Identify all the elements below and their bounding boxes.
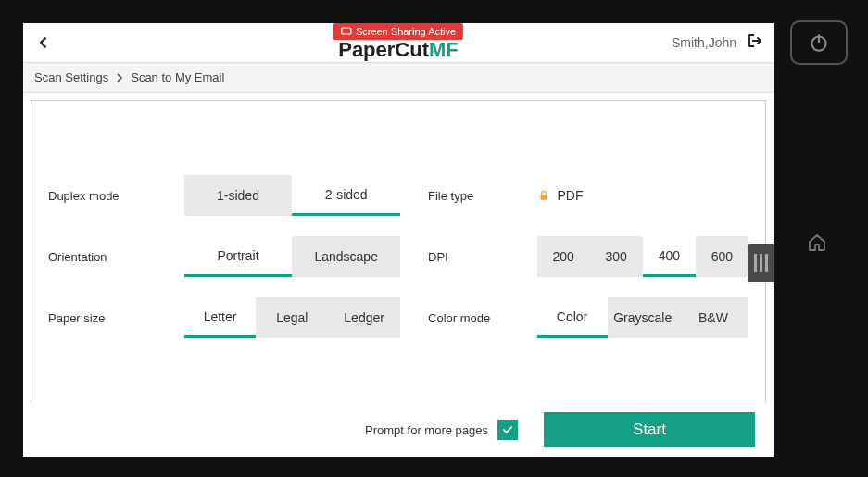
prompt-label: Prompt for more pages	[365, 423, 488, 437]
duplex-2sided[interactable]: 2-sided	[292, 175, 400, 216]
dpi-200[interactable]: 200	[537, 236, 590, 277]
color-bw[interactable]: B&W	[678, 297, 748, 338]
check-icon	[501, 423, 514, 436]
svg-rect-0	[342, 28, 351, 34]
power-button[interactable]	[790, 20, 848, 65]
duplex-label: Duplex mode	[48, 175, 157, 216]
power-icon	[807, 31, 831, 55]
home-icon	[806, 232, 828, 254]
logout-icon	[746, 32, 764, 49]
screen-sharing-badge: Screen Sharing Active	[333, 23, 463, 40]
back-button[interactable]	[32, 31, 55, 54]
color-grayscale[interactable]: Grayscale	[608, 297, 678, 338]
prompt-more-pages: Prompt for more pages	[365, 420, 518, 440]
header-right: Smith,John	[672, 32, 764, 53]
back-chevron-icon	[37, 36, 50, 49]
color-color[interactable]: Color	[537, 297, 608, 338]
right-controls-col: PDF 200 300 400 600 Color Grayscale B&W	[537, 175, 748, 403]
handle-bar-icon	[754, 254, 757, 272]
duplex-group: 1-sided 2-sided	[184, 175, 400, 216]
settings-panel: Duplex mode Orientation Paper size 1-sid…	[31, 100, 766, 403]
right-labels-col: File type DPI Color mode	[428, 175, 509, 403]
username: Smith,John	[672, 35, 736, 50]
paper-size-group: Letter Legal Ledger	[184, 297, 400, 338]
breadcrumb-current: Scan to My Email	[131, 70, 224, 84]
app-header: Screen Sharing Active PaperCutMF Smith,J…	[23, 23, 774, 63]
orientation-portrait[interactable]: Portrait	[184, 236, 293, 277]
home-button[interactable]	[803, 229, 831, 257]
color-mode-group: Color Grayscale B&W	[537, 297, 748, 338]
handle-bar-icon	[765, 254, 768, 272]
orientation-landscape[interactable]: Landscape	[292, 236, 400, 277]
filetype-value-row: PDF	[537, 175, 748, 216]
orientation-group: Portrait Landscape	[184, 236, 400, 277]
duplex-1sided[interactable]: 1-sided	[184, 175, 293, 216]
paper-letter[interactable]: Letter	[184, 297, 257, 338]
dpi-label: DPI	[428, 236, 509, 277]
dpi-600[interactable]: 600	[696, 236, 748, 277]
side-drawer-handle[interactable]	[748, 244, 774, 282]
dpi-300[interactable]: 300	[590, 236, 643, 277]
start-button[interactable]: Start	[544, 412, 755, 447]
svg-rect-1	[540, 195, 547, 199]
filetype-value: PDF	[558, 188, 584, 203]
main-area: Duplex mode Orientation Paper size 1-sid…	[23, 93, 774, 403]
paper-ledger[interactable]: Ledger	[328, 297, 400, 338]
orientation-label: Orientation	[48, 236, 157, 277]
dpi-400[interactable]: 400	[643, 236, 696, 277]
screen-icon	[341, 27, 352, 36]
filetype-label: File type	[428, 175, 509, 216]
logo: PaperCutMF	[338, 40, 459, 60]
left-labels-col: Duplex mode Orientation Paper size	[48, 175, 157, 403]
logo-suffix: MF	[429, 38, 459, 61]
color-mode-label: Color mode	[428, 297, 509, 338]
breadcrumb-root[interactable]: Scan Settings	[34, 70, 108, 84]
logo-main: PaperCut	[338, 38, 429, 61]
dpi-group: 200 300 400 600	[537, 236, 748, 277]
handle-bar-icon	[760, 254, 762, 272]
logo-area: Screen Sharing Active PaperCutMF	[333, 25, 463, 60]
chevron-right-icon	[116, 73, 123, 82]
paper-size-label: Paper size	[48, 297, 157, 338]
paper-legal[interactable]: Legal	[256, 297, 328, 338]
lock-icon	[537, 189, 550, 202]
left-controls-col: 1-sided 2-sided Portrait Landscape Lette…	[184, 175, 400, 403]
screen-sharing-text: Screen Sharing Active	[356, 26, 456, 37]
footer: Prompt for more pages Start	[23, 403, 774, 457]
breadcrumb: Scan Settings Scan to My Email	[23, 63, 774, 93]
logout-button[interactable]	[746, 32, 764, 53]
prompt-checkbox[interactable]	[497, 420, 518, 440]
app-window: Screen Sharing Active PaperCutMF Smith,J…	[23, 23, 774, 457]
